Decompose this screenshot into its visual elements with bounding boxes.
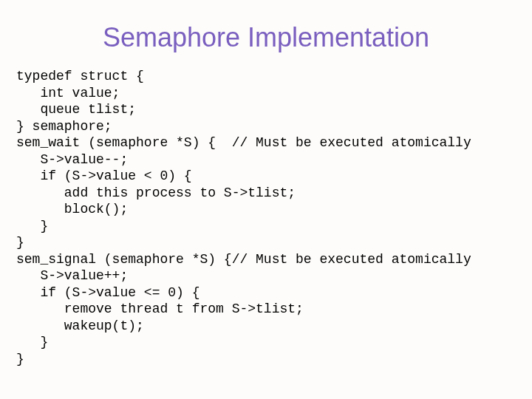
slide-title: Semaphore Implementation (15, 22, 517, 53)
code-block: typedef struct { int value; queue tlist;… (16, 68, 517, 367)
slide: Semaphore Implementation typedef struct … (0, 0, 532, 399)
